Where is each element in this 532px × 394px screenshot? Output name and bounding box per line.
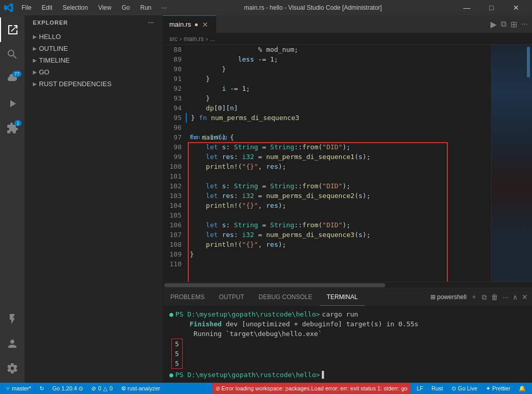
code-content[interactable]: Run | Debug % mod_num; less -= 1; } } i … (186, 45, 491, 282)
window-close[interactable]: ✕ (504, 0, 528, 15)
activity-testing[interactable] (0, 307, 25, 331)
code-line-97: fn main() { (186, 132, 491, 142)
activity-explorer[interactable] (0, 17, 25, 42)
sidebar-sections: ▶ HELLO ▶ OUTLINE ▶ TIMELINE ▶ GO ▶ RUST… (25, 30, 163, 91)
statusbar-notifications[interactable]: 🔔 (517, 383, 528, 394)
menu-edit[interactable]: Edit (37, 3, 56, 12)
hscroll-thumb[interactable] (164, 283, 385, 287)
main-layout: 77 1 Explorer ··· ▶ HELLO (0, 15, 532, 383)
statusbar-sync[interactable]: ↻ (37, 383, 46, 394)
terminal-line-3: Running `target\debug\hello.exe` (169, 329, 526, 339)
activity-account[interactable] (0, 331, 25, 356)
panel: PROBLEMS OUTPUT DEBUG CONSOLE TERMINAL ⊞… (163, 288, 532, 383)
add-terminal-icon[interactable]: ＋ (470, 292, 478, 302)
panel-tab-debug-console[interactable]: DEBUG CONSOLE (251, 288, 320, 306)
more-icon[interactable]: ··· (502, 293, 508, 301)
terminal-line-1: ● PS D:\mysetup\gopath\rustcode\hello> c… (169, 309, 526, 319)
window-minimize[interactable]: — (455, 0, 479, 15)
sidebar-item-outline[interactable]: ▶ OUTLINE (25, 43, 163, 54)
extensions-badge: 1 (14, 120, 22, 126)
error-icon: ⊘ (91, 385, 96, 392)
menu-selection[interactable]: Selection (58, 3, 92, 12)
statusbar-language[interactable]: Rust (429, 383, 445, 394)
panel-tab-terminal[interactable]: TERMINAL (320, 288, 365, 306)
terminal-content[interactable]: ● PS D:\mysetup\gopath\rustcode\hello> c… (163, 306, 532, 383)
run-debug-link[interactable]: Run | Debug (190, 132, 227, 142)
code-line-101 (186, 171, 491, 181)
activity-search[interactable] (0, 42, 25, 67)
more-actions-icon[interactable]: ··· (521, 19, 528, 29)
sidebar-item-timeline[interactable]: ▶ TIMELINE (25, 54, 163, 66)
statusbar-rust-analyzer[interactable]: ⚙ rust-analyzer (119, 383, 163, 394)
chevron-right-icon: ▶ (33, 57, 37, 63)
statusbar-errors[interactable]: ⊘ 0 △ 0 (89, 383, 114, 394)
terminal-prompt-text: PS D:\mysetup\gopath\rustcode\hello> (175, 309, 320, 319)
menu-more[interactable]: ··· (157, 3, 171, 12)
code-line-92: i -= 1; (186, 84, 491, 93)
menu-go[interactable]: Go (117, 3, 134, 12)
activity-extensions[interactable]: 1 (0, 116, 25, 141)
chevron-right-icon: ▶ (33, 46, 37, 51)
terminal-output-finished: Finished dev [unoptimized + debuginfo] t… (169, 319, 419, 329)
activity-source-control[interactable]: 77 (0, 67, 25, 91)
branch-name: master* (12, 385, 31, 391)
sidebar-more[interactable]: ··· (148, 19, 154, 26)
window-title: main.rs - hello - Visual Studio Code [Ad… (171, 4, 455, 11)
close-panel-icon[interactable]: ✕ (522, 293, 528, 301)
menu-bar: File Edit Selection View Go Run ··· (17, 3, 171, 12)
layout-icon[interactable]: ⊞ (510, 19, 517, 29)
statusbar-branch[interactable]: ⑂ master* (4, 383, 33, 394)
code-line-96 (186, 123, 491, 132)
activity-run-debug[interactable] (0, 91, 25, 116)
minimap (491, 45, 532, 282)
activity-bar: 77 1 (0, 15, 25, 383)
statusbar-golive[interactable]: ⊙ Go Live (449, 383, 480, 394)
statusbar-go-version[interactable]: Go 1.20.4 ⊙ (50, 383, 85, 394)
statusbar-error-msg[interactable]: ⊘ Error loading workspace: packages.Load… (212, 383, 411, 394)
menu-view[interactable]: View (94, 3, 115, 12)
maximize-icon[interactable]: ∧ (513, 293, 518, 301)
sidebar-item-rust-dependencies[interactable]: ▶ RUST DEPENDENCIES (25, 78, 163, 90)
activity-settings[interactable] (0, 356, 25, 381)
breadcrumb-file[interactable]: main.rs (184, 35, 204, 43)
horizontal-scrollbar[interactable] (163, 282, 532, 288)
line-ending-label: LF (417, 385, 423, 391)
prettier-label: Prettier (492, 385, 510, 391)
sidebar-item-hello[interactable]: ▶ HELLO (25, 31, 163, 43)
run-icon[interactable]: ▶ (490, 19, 497, 29)
split-editor-icon[interactable]: ⧉ (501, 19, 506, 29)
breadcrumb-symbol[interactable]: ... (210, 35, 215, 43)
statusbar: ⑂ master* ↻ Go 1.20.4 ⊙ ⊘ 0 △ 0 ⚙ rust-a… (0, 383, 532, 394)
code-line-106: let s: String = String::from("DID"); (186, 220, 491, 230)
error-count: 0 (98, 385, 101, 391)
chevron-right-icon: ▶ (33, 34, 37, 40)
panel-tab-problems[interactable]: PROBLEMS (163, 288, 212, 306)
trash-icon[interactable]: 🗑 (491, 293, 498, 301)
code-line-90: } (186, 64, 491, 74)
code-line-108: println!("{}", res); (186, 240, 491, 249)
panel-tab-output[interactable]: OUTPUT (212, 288, 251, 306)
statusbar-lf[interactable]: LF (415, 383, 425, 394)
statusbar-prettier[interactable]: ✦ Prettier (484, 383, 513, 394)
code-line-91: } (186, 74, 491, 84)
split-terminal-icon[interactable]: ⧉ (482, 293, 487, 302)
tab-main-rs[interactable]: main.rs ● ✕ (163, 15, 216, 33)
tab-bar: main.rs ● ✕ ▶ ⧉ ⊞ ··· (163, 15, 532, 33)
window-maximize[interactable]: □ (480, 0, 503, 15)
terminal-line-5: ● PS D:\mysetup\gopath\rustcode\hello> ▌ (169, 370, 526, 380)
sidebar-header: Explorer ··· (25, 15, 163, 30)
breadcrumb-src[interactable]: src (169, 35, 178, 43)
editor-area: main.rs ● ✕ ▶ ⧉ ⊞ ··· src › main.rs › ..… (163, 15, 532, 383)
menu-run[interactable]: Run (136, 3, 155, 12)
rust-analyzer-label: ⚙ rust-analyzer (121, 385, 161, 392)
window-controls: — □ ✕ (455, 0, 528, 15)
sidebar-item-go[interactable]: ▶ GO (25, 66, 163, 78)
source-control-badge: 77 (12, 71, 22, 77)
code-line-102: let s: String = String::from("DID"); (186, 181, 491, 191)
breadcrumb-sep1: › (180, 35, 182, 43)
menu-file[interactable]: File (17, 3, 35, 12)
tab-close-button[interactable]: ✕ (201, 19, 209, 30)
prettier-icon: ✦ (486, 385, 490, 392)
code-line-105 (186, 210, 491, 220)
code-line-88: % mod_num; (186, 45, 491, 54)
